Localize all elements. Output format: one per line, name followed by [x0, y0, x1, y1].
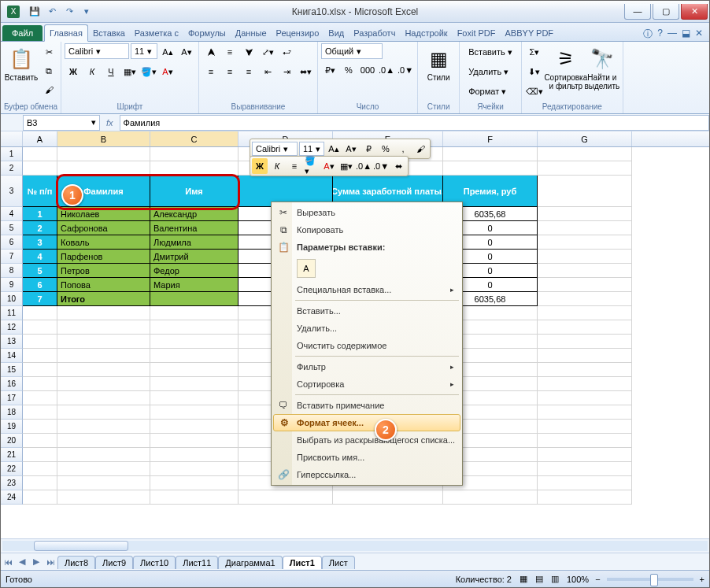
cell[interactable]	[57, 462, 150, 476]
cell[interactable]	[23, 476, 57, 490]
ctx-insert[interactable]: Вставить...	[273, 302, 460, 320]
zoom-plus[interactable]: +	[700, 575, 704, 584]
row-6[interactable]: 6	[1, 235, 23, 250]
sheet-tab[interactable]: Диаграмма1	[218, 556, 282, 569]
mini-font-combo[interactable]: Calibri▾	[252, 142, 298, 156]
ctx-comment[interactable]: 🗨Вставить примечание	[273, 397, 460, 414]
cell[interactable]	[538, 250, 632, 264]
ctx-sort[interactable]: Сортировка	[273, 375, 460, 393]
cell[interactable]	[538, 292, 632, 306]
copy-button[interactable]: ⧉	[40, 62, 57, 80]
tab-formulas[interactable]: Формулы	[183, 25, 231, 41]
currency-button[interactable]: ₽▾	[321, 61, 338, 79]
tab-view[interactable]: Вид	[324, 25, 349, 41]
col-B[interactable]: B	[57, 131, 150, 146]
cell[interactable]	[538, 476, 632, 490]
cell[interactable]	[333, 490, 443, 505]
mini-font-color[interactable]: A▾	[321, 158, 337, 174]
cell[interactable]	[57, 377, 150, 391]
sheet-nav-last[interactable]: ⏭	[43, 557, 57, 567]
cell[interactable]	[538, 306, 632, 320]
cell[interactable]	[150, 292, 239, 306]
row-11[interactable]: 11	[1, 306, 23, 320]
cell[interactable]	[443, 490, 538, 505]
paste-values-icon[interactable]: A	[297, 259, 316, 278]
sheet-nav-prev[interactable]: ◀	[15, 557, 29, 567]
sheet-nav-first[interactable]: ⏮	[1, 557, 15, 567]
tab-layout[interactable]: Разметка с	[130, 25, 183, 41]
indent-inc[interactable]: ⇥	[278, 63, 295, 80]
percent-button[interactable]: %	[340, 61, 357, 79]
tab-developer[interactable]: Разработч	[349, 25, 400, 41]
cell[interactable]	[538, 377, 632, 391]
cell[interactable]	[150, 434, 239, 448]
cell[interactable]	[57, 147, 150, 161]
qat-redo[interactable]: ↷	[62, 5, 76, 19]
name-box[interactable]: B3▾	[23, 115, 100, 131]
row-9[interactable]: 9	[1, 278, 23, 292]
font-color-button[interactable]: A▾	[159, 63, 176, 80]
col-G[interactable]: G	[538, 131, 632, 146]
view-normal-icon[interactable]: ▦	[520, 574, 527, 584]
sheet-tab[interactable]: Лист11	[176, 556, 218, 569]
indent-dec[interactable]: ⇤	[259, 63, 276, 80]
cell[interactable]	[57, 448, 150, 462]
cell[interactable]	[538, 363, 632, 377]
cell[interactable]	[23, 306, 57, 320]
grow-font-button[interactable]: A▴	[159, 43, 176, 61]
cell[interactable]: 5	[23, 264, 57, 278]
tab-foxit[interactable]: Foxit PDF	[453, 25, 501, 41]
h-scrollbar[interactable]	[1, 538, 709, 553]
cell[interactable]	[538, 147, 632, 161]
row-4[interactable]: 4	[1, 207, 23, 221]
cell[interactable]	[23, 320, 57, 335]
mini-comma[interactable]: ,	[395, 141, 411, 157]
cell[interactable]	[538, 278, 632, 292]
row-13[interactable]: 13	[1, 335, 23, 349]
sheet-tab[interactable]: Лист8	[57, 556, 95, 569]
cell[interactable]	[57, 434, 150, 448]
cell[interactable]	[150, 476, 239, 490]
ctx-clear[interactable]: Очистить содержимое	[273, 337, 460, 354]
format-cells-button[interactable]: Формат ▾	[463, 83, 512, 100]
align-top[interactable]: ⮝	[202, 43, 220, 61]
cell[interactable]	[150, 391, 239, 405]
row-15[interactable]: 15	[1, 363, 23, 377]
bold-button[interactable]: Ж	[65, 63, 82, 80]
cell[interactable]	[239, 490, 333, 505]
row-18[interactable]: 18	[1, 405, 23, 420]
cell[interactable]	[57, 161, 150, 176]
mini-shrink-font[interactable]: A▾	[343, 141, 359, 157]
col-F[interactable]: F	[443, 131, 538, 146]
cell[interactable]	[150, 363, 239, 377]
row-14[interactable]: 14	[1, 349, 23, 363]
cell[interactable]	[538, 264, 632, 278]
row-24[interactable]: 24	[1, 490, 23, 505]
cell[interactable]	[23, 490, 57, 505]
mini-align[interactable]: ≡	[287, 158, 302, 174]
cell[interactable]	[57, 420, 150, 434]
cell[interactable]: Мария	[150, 278, 239, 292]
ribbon-help2-icon[interactable]: ?	[657, 28, 663, 41]
cell[interactable]	[538, 335, 632, 349]
cell[interactable]	[538, 235, 632, 250]
ribbon-close-icon[interactable]: ✕	[695, 28, 703, 41]
row-21[interactable]: 21	[1, 448, 23, 462]
file-tab[interactable]: Файл	[2, 25, 43, 41]
align-mid[interactable]: ≡	[221, 43, 239, 61]
sheet-tab[interactable]: Лист1	[283, 556, 322, 569]
row-20[interactable]: 20	[1, 434, 23, 448]
mini-dec-dec[interactable]: .0▼	[373, 158, 389, 174]
cell[interactable]: Александр	[150, 207, 239, 221]
underline-button[interactable]: Ч	[102, 63, 120, 80]
cell[interactable]: Имя	[150, 176, 239, 207]
mini-bold[interactable]: Ж	[252, 158, 268, 174]
sheet-tab[interactable]: Лист10	[133, 556, 176, 569]
row-12[interactable]: 12	[1, 320, 23, 335]
cell[interactable]	[150, 377, 239, 391]
cell[interactable]	[538, 207, 632, 221]
view-break-icon[interactable]: ▥	[551, 574, 559, 584]
cell[interactable]	[57, 476, 150, 490]
format-painter-button[interactable]: 🖌	[40, 81, 57, 98]
cell[interactable]: 1	[23, 207, 57, 221]
